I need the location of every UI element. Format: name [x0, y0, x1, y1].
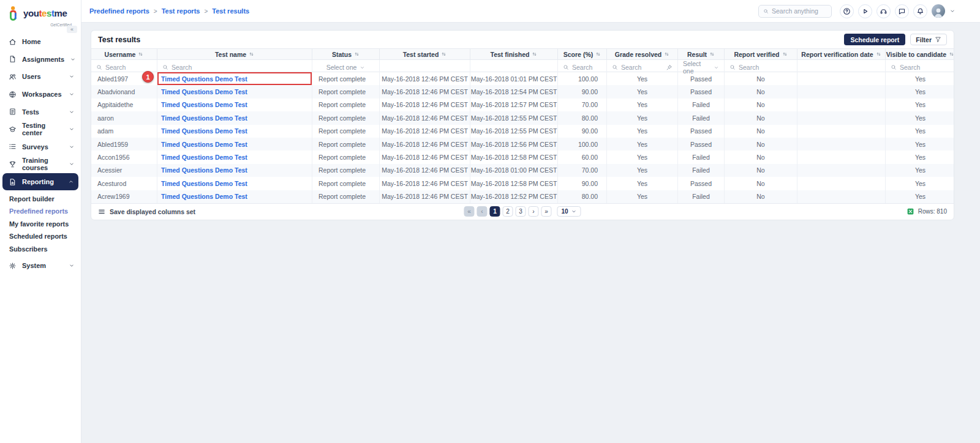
search-icon [612, 64, 618, 70]
test-name-link[interactable]: Timed Questions Demo Test [157, 151, 312, 163]
test-name-link[interactable]: Timed Questions Demo Test [157, 72, 312, 85]
column-header-test-name[interactable]: Test name [157, 49, 312, 59]
sidebar-subitem-my-favorite-reports[interactable]: My favorite reports [9, 217, 81, 230]
sidebar-submenu: Report builderPredefined reportsMy favor… [0, 190, 81, 257]
page-1-button[interactable]: 1 [489, 206, 500, 217]
column-header-test-finished[interactable]: Test finished [470, 49, 558, 59]
test-name-link[interactable]: Timed Questions Demo Test [157, 111, 312, 124]
avatar-chevron-down-icon[interactable] [949, 8, 956, 14]
chevron-down-icon [69, 262, 75, 269]
rows-per-page-select[interactable]: 10 [557, 206, 581, 217]
sort-icon[interactable] [876, 51, 881, 57]
save-columns-button[interactable]: Save displayed columns set [98, 208, 195, 215]
column-header-status[interactable]: Status [312, 49, 380, 59]
sidebar-item-users[interactable]: Users [0, 68, 81, 86]
column-header-score[interactable]: Score (%) [558, 49, 607, 59]
cell-status: Report complete [312, 190, 380, 203]
center-icon [9, 125, 17, 133]
sidebar-item-workspaces[interactable]: Workspaces [0, 86, 81, 103]
search-icon [891, 64, 897, 70]
sidebar-item-assignments[interactable]: Assignments [0, 51, 81, 69]
sidebar-item-reporting[interactable]: Reporting [2, 173, 78, 191]
page-3-button[interactable]: 3 [515, 206, 526, 217]
next-page-button[interactable]: › [528, 206, 538, 217]
user-avatar[interactable] [932, 4, 945, 18]
test-name-link[interactable]: Timed Questions Demo Test [157, 190, 312, 203]
column-header-test-started[interactable]: Test started [380, 49, 470, 59]
sidebar-subitem-scheduled-reports[interactable]: Scheduled reports [9, 230, 81, 243]
cell-status: Report complete [312, 72, 380, 85]
sidebar-item-training-courses[interactable]: Training courses [0, 155, 81, 173]
table-row: Accon1956Timed Questions Demo TestReport… [91, 151, 954, 163]
sidebar-collapse-button[interactable]: « [67, 26, 77, 33]
breadcrumb-link-test-results[interactable]: Test results [212, 7, 249, 15]
test-name-link[interactable]: Timed Questions Demo Test [157, 177, 312, 190]
test-name-link[interactable]: Timed Questions Demo Test [157, 85, 312, 98]
cell-result: Passed [678, 177, 725, 190]
sort-icon[interactable] [664, 51, 669, 57]
sort-icon[interactable] [595, 51, 601, 57]
sidebar-item-home[interactable]: Home [0, 33, 81, 51]
cell-score: 90.00 [558, 177, 607, 190]
sidebar-item-testing-center[interactable]: Testing center [0, 121, 81, 138]
content: Test results Schedule report Filter User… [81, 23, 980, 228]
column-search-input[interactable]: Search [891, 64, 950, 71]
notifications-icon[interactable] [913, 4, 927, 18]
column-search-input[interactable]: Search [563, 64, 601, 71]
chevron-down-icon [69, 161, 75, 167]
chevron-down-icon [69, 73, 75, 80]
sidebar-subitem-report-builder[interactable]: Report builder [9, 192, 81, 205]
page-2-button[interactable]: 2 [502, 206, 513, 217]
cell-username: Accon1956 [91, 151, 157, 163]
first-page-button[interactable]: « [464, 206, 474, 217]
schedule-report-button[interactable]: Schedule report [844, 34, 905, 45]
sort-icon[interactable] [249, 51, 254, 57]
cell-report-verified: No [725, 190, 797, 203]
cell-test-finished: May-16-2018 12:58 PM CEST [470, 151, 558, 163]
global-search-input[interactable] [772, 7, 827, 15]
column-header-username[interactable]: Username [91, 49, 157, 59]
test-name-link[interactable]: Timed Questions Demo Test [157, 164, 312, 177]
column-search-input[interactable]: Search [729, 64, 792, 71]
sidebar-subitem-subscribers[interactable]: Subscribers [9, 242, 81, 255]
column-search-input[interactable]: Search [96, 64, 152, 71]
test-name-link[interactable]: Timed Questions Demo Test [157, 99, 312, 111]
help-icon[interactable] [840, 4, 854, 18]
sidebar-subitem-predefined-reports[interactable]: Predefined reports [9, 205, 81, 218]
sidebar-item-surveys[interactable]: Surveys [0, 138, 81, 156]
prev-page-button[interactable]: ‹ [477, 206, 487, 217]
support-icon[interactable] [876, 4, 891, 18]
sort-icon[interactable] [782, 51, 788, 57]
pin-icon[interactable] [666, 64, 673, 71]
chat-icon[interactable] [895, 4, 909, 18]
filter-button[interactable]: Filter [910, 34, 947, 45]
breadcrumb-link-predefined-reports[interactable]: Predefined reports [89, 7, 149, 15]
column-header-result[interactable]: Result [678, 49, 725, 59]
cell-visible-to-candidate: Yes [886, 99, 955, 111]
cell-report-verification-date [797, 151, 886, 163]
sort-icon[interactable] [532, 51, 537, 57]
column-header-report-verified[interactable]: Report verified [725, 49, 797, 59]
test-name-link[interactable]: Timed Questions Demo Test [157, 125, 312, 138]
breadcrumb-link-test-reports[interactable]: Test reports [162, 7, 200, 15]
column-search-input[interactable]: Search [612, 64, 663, 71]
test-name-link[interactable]: Timed Questions Demo Test [157, 138, 312, 151]
global-search[interactable] [758, 5, 832, 18]
sort-icon[interactable] [949, 51, 954, 57]
sort-icon[interactable] [354, 51, 360, 57]
column-header-visible-to-candidate[interactable]: Visible to candidate [886, 49, 955, 59]
cell-report-verified: No [725, 85, 797, 98]
column-header-grade-resolved[interactable]: Grade resolved [607, 49, 678, 59]
sort-icon[interactable] [138, 51, 143, 57]
sort-icon[interactable] [441, 51, 447, 57]
sidebar-item-system[interactable]: System [0, 257, 81, 275]
last-page-button[interactable]: » [541, 206, 551, 217]
column-search-input[interactable]: Search [162, 64, 307, 71]
product-tour-icon[interactable] [858, 4, 872, 18]
cell-result: Failed [678, 99, 725, 111]
cell-username: Acessier [91, 164, 157, 177]
column-header-report-verification-date[interactable]: Report verification date [797, 49, 886, 59]
export-excel-icon[interactable] [907, 207, 914, 215]
sidebar-item-tests[interactable]: Tests [0, 103, 81, 121]
sort-icon[interactable] [709, 51, 715, 57]
